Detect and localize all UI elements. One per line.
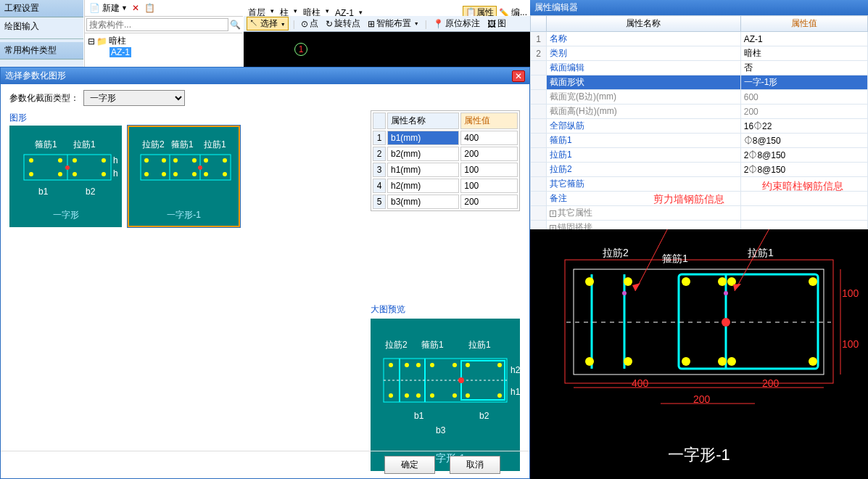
smart-layout-tool[interactable]: ⊞智能布置 [366,17,421,30]
svg-text:b2: b2 [479,411,489,421]
copy-icon[interactable]: 📋 [144,1,157,15]
svg-point-20 [144,158,149,163]
draw-input-item[interactable]: 绘图输入 [0,17,83,36]
cancel-button[interactable]: 取消 [450,456,500,474]
common-types-header[interactable]: 常用构件类型 [0,42,83,60]
prop-val-cell[interactable]: 2⏀8@150 [740,148,867,163]
prop-name-cell[interactable]: 拉筋1 [547,148,741,163]
label-lajin1: 拉筋1 [748,247,774,260]
svg-rect-17 [141,155,231,180]
dim-100a: 100 [842,287,859,299]
svg-point-5 [102,158,106,163]
svg-point-45 [430,363,434,367]
prop-name-cell[interactable]: 箍筋1 [547,134,741,148]
search-icon[interactable]: 🔍 [228,18,241,31]
prop-name-cell[interactable]: 截面编辑 [547,61,741,75]
prop-name-cell[interactable]: +其它属性 [547,206,741,221]
prop-name-cell[interactable]: 截面高(H边)(mm) [547,105,741,119]
svg-point-32 [198,165,202,170]
prop-val-cell[interactable]: ⏀8@150 [740,134,867,148]
prop-name-cell[interactable]: 名称 [547,32,741,46]
param-table: 属性名称属性值 1b1(mm)400 2b2(mm)200 3h1(mm)100… [371,110,520,211]
cad-caption: 一字形-1 [530,444,868,466]
search-input[interactable] [86,18,228,31]
svg-point-9 [102,172,106,176]
svg-point-44 [416,363,421,367]
grid-marker-1: 1 [294,43,307,56]
point-tool[interactable]: ⊙点 [299,17,320,30]
tree-root[interactable]: 暗柱 [109,35,126,47]
svg-point-22 [173,158,178,163]
prop-val-cell[interactable]: 暗柱 [740,46,867,61]
prop-val-cell[interactable]: 16⏀22 [740,119,867,134]
svg-marker-84 [632,283,640,291]
main-cad-view[interactable]: 1 [244,32,530,67]
prop-name-cell[interactable]: 截面形状 [547,75,741,90]
svg-point-74 [718,277,727,286]
prop-name-cell[interactable]: 拉筋2 [547,163,741,177]
figure-tool[interactable]: 🖼图 [486,17,508,30]
prop-val-cell[interactable]: 200 [740,105,867,119]
svg-point-49 [389,393,393,398]
svg-point-7 [58,172,62,176]
svg-point-3 [58,158,62,163]
svg-point-82 [809,357,817,366]
project-settings-header[interactable]: 工程设置 [0,0,83,17]
dim-400: 400 [632,377,648,389]
prop-val-cell[interactable]: 一字-1形 [740,75,867,90]
prop-name-cell[interactable]: 类别 [547,46,741,61]
svg-text:b1: b1 [414,411,424,421]
svg-rect-64 [565,260,833,383]
new-button[interactable]: 新建 [102,2,120,15]
folder-icon: 📁 [96,36,107,46]
prop-name-cell[interactable]: 全部纵筋 [547,119,741,134]
param-type-label: 参数化截面类型： [9,92,79,105]
svg-point-23 [192,158,197,163]
param-name-cell[interactable]: b1(mm) [387,131,459,145]
new-icon[interactable]: 📄 [88,1,101,15]
svg-text:箍筋1: 箍筋1 [421,340,444,350]
svg-text:拉筋1: 拉筋1 [204,139,226,150]
prop-val-cell[interactable]: 2⏀8@150 [740,163,867,177]
svg-point-24 [204,158,208,163]
prop-val-cell[interactable] [740,206,867,221]
svg-point-68 [722,318,730,327]
close-icon[interactable]: ✕ [512,70,525,82]
svg-text:h2: h2 [113,155,118,165]
dialog-title: 选择参数化图形 [5,70,66,82]
svg-text:b3: b3 [436,425,446,435]
svg-point-69 [622,291,627,295]
svg-point-30 [204,172,208,176]
prop-val-cell[interactable]: 否 [740,61,867,75]
svg-point-51 [416,393,421,398]
col-name: 属性名称 [387,112,459,129]
label-lajin2: 拉筋2 [603,247,629,260]
thumb-caption: 一字形 [11,209,120,221]
svg-point-2 [29,158,33,163]
tree-item-az1[interactable]: AZ-1 [109,47,131,57]
prop-name-cell[interactable]: 截面宽(B边)(mm) [547,90,741,105]
prop-val-cell[interactable] [740,192,867,206]
rotate-tool[interactable]: ↻旋转点 [324,17,362,30]
prop-name-cell[interactable]: 其它箍筋 [547,177,741,192]
ok-button[interactable]: 确定 [384,456,435,474]
svg-point-70 [724,291,728,295]
prop-val-cell[interactable]: 600 [740,90,867,105]
preview-box: 拉筋2箍筋1拉筋1 h2h1 b1b2 b3 一字形-1 [371,319,520,471]
svg-point-48 [497,363,502,367]
shape-thumb-1[interactable]: 箍筋1拉筋1 b1b2 h2h1 一字形 [9,126,122,227]
component-tree-panel: 📄 新建 ▼ ✕ 📋 🔍 ⊟📁暗柱 AZ-1 [84,0,243,67]
param-val-cell[interactable]: 400 [460,131,518,145]
delete-icon[interactable]: ✕ [129,1,142,15]
prop-val-cell[interactable]: AZ-1 [740,32,867,46]
shape-thumb-2[interactable]: 拉筋2箍筋1拉筋1 一字形-1 [128,126,240,227]
svg-point-8 [73,172,77,176]
svg-point-10 [65,165,70,170]
svg-point-25 [223,158,227,163]
select-tool[interactable]: ↖ 选择 ▼ [247,17,289,30]
param-type-select[interactable]: 一字形 [83,90,185,106]
origin-label-tool[interactable]: 📍原位标注 [431,17,481,30]
left-sidebar: 工程设置 绘图输入 常用构件类型 [0,0,83,67]
svg-point-71 [585,277,594,286]
svg-text:箍筋1: 箍筋1 [171,139,194,150]
